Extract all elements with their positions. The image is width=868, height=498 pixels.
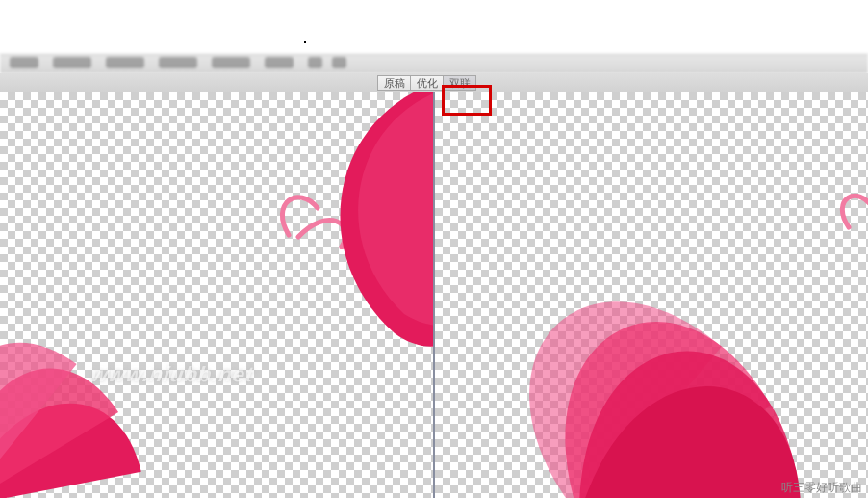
right-preview-pane[interactable]	[433, 92, 868, 498]
view-tabs: 原稿 优化 双联	[378, 75, 476, 91]
artwork-right	[435, 92, 868, 498]
view-tab-bar: 原稿 优化 双联	[0, 73, 868, 92]
tab-original[interactable]: 原稿	[377, 75, 411, 91]
tab-two-up[interactable]: 双联	[443, 75, 476, 91]
decorative-dot	[304, 41, 306, 43]
artwork-left	[0, 92, 433, 498]
title-area	[0, 0, 868, 54]
tab-optimize[interactable]: 优化	[410, 75, 444, 91]
main-toolbar	[0, 54, 868, 73]
left-preview-pane[interactable]: www.niubb.net	[0, 92, 433, 498]
preview-area: www.niubb.net	[0, 92, 868, 498]
